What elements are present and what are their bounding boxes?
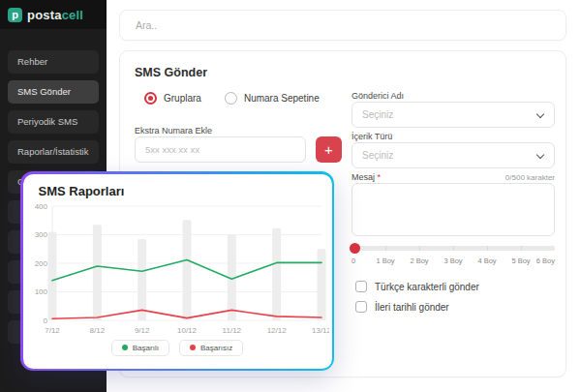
svg-text:0: 0	[43, 316, 47, 324]
brand-name: postacell	[27, 8, 83, 22]
slider-label-5: 5 Boy	[511, 256, 530, 265]
sidebar-item-sms-gonder[interactable]: SMS Gönder	[8, 80, 99, 104]
sidebar-item-periyodik-sms[interactable]: Periyodik SMS	[8, 110, 99, 134]
svg-text:200: 200	[34, 258, 47, 267]
turkce-karakter-label: Türkçe karakterli gönder	[375, 282, 479, 292]
sms-reports-popup: SMS Raporları 01002003004007/128/129/121…	[20, 171, 334, 371]
svg-text:300: 300	[34, 230, 47, 239]
sender-name-select[interactable]: Seçiniz	[352, 102, 555, 128]
slider-label-2: 2 Boy	[410, 256, 428, 265]
svg-text:100: 100	[34, 287, 47, 296]
slider-label-6: 6 Boy	[536, 256, 555, 265]
radio-numara-sepetine-label: Numara Sepetine	[244, 93, 320, 104]
slider-label-3: 3 Boy	[443, 256, 462, 265]
slider-label-0: 0	[352, 256, 355, 265]
page-title: SMS Gönder	[135, 66, 207, 79]
radio-numara-sepetine[interactable]: Numara Sepetine	[225, 92, 320, 105]
search-input[interactable]	[120, 11, 566, 40]
message-label: Mesaj *	[352, 172, 381, 182]
svg-text:8/12: 8/12	[89, 326, 105, 335]
svg-text:12/12: 12/12	[266, 326, 287, 335]
postacell-logo-icon: p	[8, 8, 22, 22]
slider-tick	[521, 246, 522, 251]
legend-basarisiz-label: Başarısız	[200, 344, 232, 352]
svg-text:11/12: 11/12	[222, 326, 241, 335]
svg-text:10/12: 10/12	[176, 326, 197, 335]
ileri-tarihli-option[interactable]: İleri tarihli gönder	[355, 301, 449, 313]
chevron-down-icon	[536, 110, 544, 118]
svg-text:400: 400	[34, 201, 47, 210]
sender-name-value: Seçiniz	[362, 109, 393, 120]
radio-unselected-icon[interactable]	[225, 92, 237, 105]
slider-tick	[487, 246, 488, 251]
chart-legend: Başarılı Başarısız	[23, 340, 332, 356]
chevron-down-icon	[536, 151, 544, 159]
radio-gruplara[interactable]: Gruplara	[144, 92, 201, 105]
slider-labels: 0 1 Boy 2 Boy 3 Boy 4 Boy 5 Boy 6 Boy	[352, 256, 555, 266]
radio-selected-icon[interactable]	[144, 92, 157, 105]
red-dot-icon	[190, 345, 196, 350]
sidebar-item-rehber[interactable]: Rehber	[8, 50, 99, 74]
slider-thumb[interactable]	[350, 243, 360, 254]
add-number-button[interactable]: +	[316, 136, 342, 163]
slider-tick	[419, 246, 420, 251]
topbar-search	[119, 10, 566, 41]
message-label-row: Mesaj * 0/500 karakter	[352, 172, 555, 182]
required-asterisk: *	[378, 172, 382, 182]
sidebar-item-raporlar-istatistik[interactable]: Raporlar/İstatistik	[8, 140, 99, 164]
content-type-select[interactable]: Seçiniz	[352, 142, 555, 168]
target-radio-group: Gruplara Numara Sepetine	[144, 92, 334, 105]
sms-length-slider[interactable]	[352, 245, 555, 251]
sender-name-label: Gönderici Adı	[352, 91, 404, 101]
slider-label-4: 4 Boy	[477, 256, 496, 265]
legend-basarili[interactable]: Başarılı	[111, 340, 169, 356]
slider-tick	[385, 246, 386, 251]
content-type-value: Seçiniz	[362, 150, 393, 161]
sms-reports-popup-body: SMS Raporları 01002003004007/128/129/121…	[23, 174, 332, 369]
checkbox-icon[interactable]	[355, 281, 367, 292]
content-type-label: İçerik Türü	[352, 132, 392, 141]
ileri-tarihli-label: İleri tarihli gönder	[375, 302, 449, 313]
svg-text:9/12: 9/12	[134, 326, 149, 335]
checkbox-icon[interactable]	[355, 301, 367, 313]
sms-reports-chart: 01002003004007/128/129/1210/1211/1212/12…	[27, 200, 329, 340]
green-dot-icon	[122, 345, 128, 350]
extra-number-label: Ekstra Numara Ekle	[135, 126, 212, 136]
legend-basarili-label: Başarılı	[133, 344, 159, 352]
svg-text:13/12: 13/12	[311, 326, 328, 335]
logo: p postacell	[0, 0, 107, 29]
extra-number-input[interactable]	[135, 136, 306, 163]
radio-gruplara-label: Gruplara	[164, 93, 201, 104]
message-textarea[interactable]	[352, 183, 555, 236]
char-counter: 0/500 karakter	[505, 173, 555, 182]
legend-basarisiz[interactable]: Başarısız	[179, 340, 243, 356]
report-title: SMS Raporları	[39, 184, 125, 198]
turkce-karakter-option[interactable]: Türkçe karakterli gönder	[355, 281, 479, 292]
slider-label-1: 1 Boy	[376, 256, 394, 265]
svg-text:7/12: 7/12	[45, 326, 60, 335]
slider-tick	[453, 246, 454, 251]
